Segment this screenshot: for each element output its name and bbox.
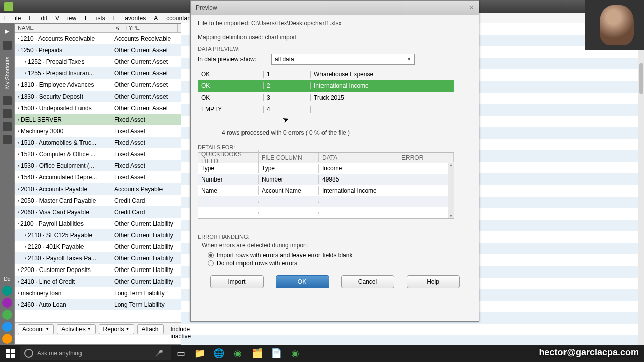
coa-row[interactable]: 2110 · SEC125 PayableOther Current Liabi…: [15, 229, 181, 241]
rail-add-icon[interactable]: [2, 334, 12, 344]
rail-add-icon[interactable]: [2, 298, 12, 308]
cortana-icon: [24, 349, 33, 358]
coa-row[interactable]: 1540 · Accumulated Depre...Fixed Asset: [15, 171, 181, 183]
menu-edit[interactable]: Edit: [29, 15, 47, 22]
coa-row[interactable]: machinery loanLong Term Liability: [15, 287, 181, 299]
preview-row[interactable]: OK3Truck 2015: [198, 92, 454, 103]
coa-row[interactable]: 1310 · Employee AdvancesOther Current As…: [15, 79, 181, 90]
coa-row[interactable]: 1330 · Security DepositOther Current Ass…: [15, 90, 181, 102]
radio-import-errors-label: Import rows with errors and leave error …: [217, 252, 352, 259]
details-row[interactable]: NumberNumber49985: [198, 174, 454, 185]
chrome-icon[interactable]: 🌐: [211, 346, 226, 361]
coa-header: NAME ≼ TYPE: [15, 24, 181, 33]
import-button[interactable]: Import: [210, 275, 264, 288]
menu-favorites[interactable]: Favorites: [113, 15, 146, 22]
taskview-icon[interactable]: ▭: [173, 346, 188, 361]
rail-do-label: Do: [4, 276, 11, 282]
coa-row[interactable]: 2060 · Visa Card PayableCredit Card: [15, 206, 181, 218]
show-combo-value: all data: [275, 56, 294, 63]
radio-skip-errors[interactable]: [208, 260, 214, 266]
radio-skip-errors-label: Do not import rows with errors: [217, 260, 297, 267]
rail-icon[interactable]: [3, 109, 12, 118]
coa-row[interactable]: 1210 · Accounts ReceivableAccounts Recei…: [15, 33, 181, 44]
details-scrollbar[interactable]: [448, 163, 454, 218]
coa-row[interactable]: 1520 · Computer & Office ...Fixed Asset: [15, 148, 181, 160]
details-row[interactable]: TypeTypeIncome: [198, 163, 454, 174]
svg-rect-2: [6, 354, 10, 358]
quickbooks-icon[interactable]: ◉: [230, 346, 246, 361]
quickbooks2-icon[interactable]: ◉: [288, 346, 303, 361]
coa-row[interactable]: 1255 · Prepaid Insuran...Other Current A…: [15, 67, 181, 79]
coa-row[interactable]: 2100 · Payroll LiabilitiesOther Current …: [15, 218, 181, 229]
chart-of-accounts-panel: NAME ≼ TYPE 1210 · Accounts ReceivableAc…: [14, 23, 181, 345]
rail-add-icon[interactable]: [2, 286, 12, 296]
rail-search-icon[interactable]: [3, 41, 12, 50]
show-combo[interactable]: all data ▼: [271, 54, 415, 65]
preview-row[interactable]: EMPTY4: [198, 103, 454, 115]
chevron-down-icon: ▼: [407, 57, 411, 62]
coa-row[interactable]: 2200 · Customer DepositsOther Current Li…: [15, 264, 181, 276]
mic-icon[interactable]: 🎤: [155, 350, 163, 357]
coa-row[interactable]: 1250 · PrepaidsOther Current Asset: [15, 44, 181, 56]
coa-row[interactable]: 2120 · 401K PayableOther Current Liabili…: [15, 241, 181, 252]
rail-icon[interactable]: [3, 96, 12, 105]
menu-view[interactable]: View: [55, 15, 76, 22]
rail-add-icon[interactable]: [2, 322, 12, 332]
coa-row[interactable]: 1510 · Automobiles & Truc...Fixed Asset: [15, 137, 181, 148]
rail-add-icon[interactable]: [2, 310, 12, 320]
menu-lists[interactable]: Lists: [85, 15, 105, 22]
rail-label: My Shortcuts: [4, 57, 10, 89]
cortana-search[interactable]: Ask me anything 🎤: [20, 346, 171, 360]
coa-row[interactable]: 2010 · Accounts PayableAccounts Payable: [15, 183, 181, 195]
coa-row[interactable]: 2050 · Master Card PayableCredit Card: [15, 195, 181, 206]
process-stat: 4 rows processed with 0 errors ( 0 % of …: [198, 126, 472, 139]
help-button[interactable]: Help: [407, 275, 460, 288]
expand-rail-icon[interactable]: ▸: [5, 26, 9, 36]
details-table: QUICKBOOKS FIELD FILE COLUMN DATA ERROR …: [198, 152, 454, 219]
qb-logo-icon: [4, 2, 13, 11]
rail-icon[interactable]: [3, 135, 12, 144]
coa-row[interactable]: 1500 · Undeposited FundsOther Current As…: [15, 102, 181, 114]
svg-rect-0: [6, 349, 10, 353]
show-label: In data preview show:: [198, 56, 256, 63]
error-handling-heading: ERROR HANDLING:: [198, 234, 472, 240]
details-row[interactable]: NameAccount NameInternational Income: [198, 185, 454, 196]
dh-data: DATA: [319, 153, 398, 162]
col-type[interactable]: TYPE: [122, 24, 178, 32]
svg-rect-3: [11, 354, 15, 358]
ok-button[interactable]: OK: [276, 275, 329, 288]
col-lightning-icon[interactable]: ≼: [112, 24, 122, 32]
activities-menu-button[interactable]: Activities▼: [57, 324, 95, 334]
preview-row[interactable]: OK1Wharehouse Expense: [198, 68, 454, 80]
coa-row[interactable]: 1252 · Prepaid TaxesOther Current Asset: [15, 56, 181, 67]
left-shortcut-rail: ▸ My Shortcuts Do: [0, 23, 14, 345]
menu-file[interactable]: File: [3, 15, 21, 22]
coa-row[interactable]: 2460 · Auto LoanLong Term Liability: [15, 299, 181, 310]
file-path-label: File to be imported: C:\Users\Hex\Deskto…: [198, 20, 472, 27]
rail-icon[interactable]: [3, 122, 12, 131]
coa-row[interactable]: 2130 · Payroll Taxes Pa...Other Current …: [15, 252, 181, 264]
coa-footer: Account▼ Activities▼ Reports▼ Attach Inc…: [15, 322, 181, 335]
attach-button[interactable]: Attach: [137, 324, 164, 334]
search-placeholder: Ask me anything: [37, 350, 82, 357]
notepad-icon[interactable]: 📄: [269, 346, 284, 361]
coa-row[interactable]: DELL SERVERFixed Asset: [15, 114, 181, 125]
coa-row[interactable]: 1530 · Office Equipment (...Fixed Asset: [15, 160, 181, 171]
coa-row[interactable]: Machinery 3000Fixed Asset: [15, 125, 181, 137]
col-name[interactable]: NAME: [15, 24, 112, 32]
vertical-scrollbar[interactable]: [638, 23, 644, 345]
start-button[interactable]: [3, 346, 18, 361]
close-icon[interactable]: ×: [469, 3, 474, 12]
cancel-button[interactable]: Cancel: [341, 275, 394, 288]
menu-accountant[interactable]: Accountant: [154, 15, 192, 22]
radio-import-errors[interactable]: [208, 252, 214, 258]
dialog-titlebar: Preview ×: [191, 1, 479, 15]
account-menu-button[interactable]: Account▼: [18, 324, 54, 334]
preview-row[interactable]: OK2International Income: [198, 80, 454, 92]
reports-menu-button[interactable]: Reports▼: [99, 324, 134, 334]
coa-row[interactable]: 2410 · Line of CreditOther Current Liabi…: [15, 276, 181, 287]
explorer-icon[interactable]: 📁: [192, 346, 207, 361]
preview-dialog: Preview × File to be imported: C:\Users\…: [190, 0, 479, 322]
app-icon[interactable]: 🗂️: [250, 346, 265, 361]
include-inactive-checkbox[interactable]: [171, 320, 176, 325]
